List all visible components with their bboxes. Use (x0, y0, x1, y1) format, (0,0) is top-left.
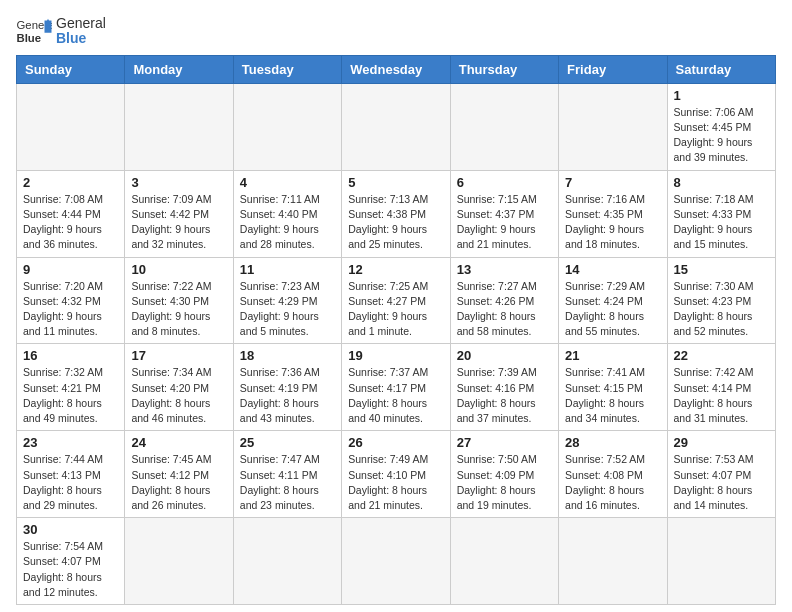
calendar-body: 1Sunrise: 7:06 AM Sunset: 4:45 PM Daylig… (17, 83, 776, 604)
calendar-cell: 23Sunrise: 7:44 AM Sunset: 4:13 PM Dayli… (17, 431, 125, 518)
calendar-cell (342, 518, 450, 605)
calendar-cell: 22Sunrise: 7:42 AM Sunset: 4:14 PM Dayli… (667, 344, 775, 431)
day-number: 28 (565, 435, 660, 450)
day-number: 10 (131, 262, 226, 277)
day-info: Sunrise: 7:09 AM Sunset: 4:42 PM Dayligh… (131, 192, 226, 253)
day-info: Sunrise: 7:30 AM Sunset: 4:23 PM Dayligh… (674, 279, 769, 340)
calendar-cell: 28Sunrise: 7:52 AM Sunset: 4:08 PM Dayli… (559, 431, 667, 518)
calendar-cell: 3Sunrise: 7:09 AM Sunset: 4:42 PM Daylig… (125, 170, 233, 257)
calendar-cell (450, 518, 558, 605)
header: General Blue General Blue (16, 16, 776, 47)
calendar-cell: 6Sunrise: 7:15 AM Sunset: 4:37 PM Daylig… (450, 170, 558, 257)
weekday-header-row: SundayMondayTuesdayWednesdayThursdayFrid… (17, 55, 776, 83)
day-number: 2 (23, 175, 118, 190)
calendar-table: SundayMondayTuesdayWednesdayThursdayFrid… (16, 55, 776, 605)
calendar-cell (559, 518, 667, 605)
day-number: 30 (23, 522, 118, 537)
day-number: 6 (457, 175, 552, 190)
svg-text:Blue: Blue (17, 32, 42, 44)
day-info: Sunrise: 7:47 AM Sunset: 4:11 PM Dayligh… (240, 452, 335, 513)
day-number: 19 (348, 348, 443, 363)
week-row-6: 30Sunrise: 7:54 AM Sunset: 4:07 PM Dayli… (17, 518, 776, 605)
logo-general: General (56, 16, 106, 31)
day-info: Sunrise: 7:11 AM Sunset: 4:40 PM Dayligh… (240, 192, 335, 253)
day-number: 18 (240, 348, 335, 363)
day-info: Sunrise: 7:49 AM Sunset: 4:10 PM Dayligh… (348, 452, 443, 513)
day-number: 5 (348, 175, 443, 190)
calendar-cell: 20Sunrise: 7:39 AM Sunset: 4:16 PM Dayli… (450, 344, 558, 431)
calendar-cell (125, 518, 233, 605)
day-info: Sunrise: 7:18 AM Sunset: 4:33 PM Dayligh… (674, 192, 769, 253)
day-info: Sunrise: 7:08 AM Sunset: 4:44 PM Dayligh… (23, 192, 118, 253)
day-info: Sunrise: 7:15 AM Sunset: 4:37 PM Dayligh… (457, 192, 552, 253)
calendar-cell (233, 83, 341, 170)
day-info: Sunrise: 7:44 AM Sunset: 4:13 PM Dayligh… (23, 452, 118, 513)
calendar-cell: 4Sunrise: 7:11 AM Sunset: 4:40 PM Daylig… (233, 170, 341, 257)
calendar-cell: 18Sunrise: 7:36 AM Sunset: 4:19 PM Dayli… (233, 344, 341, 431)
day-number: 21 (565, 348, 660, 363)
day-number: 27 (457, 435, 552, 450)
calendar-cell (125, 83, 233, 170)
day-number: 23 (23, 435, 118, 450)
calendar-cell: 15Sunrise: 7:30 AM Sunset: 4:23 PM Dayli… (667, 257, 775, 344)
week-row-4: 16Sunrise: 7:32 AM Sunset: 4:21 PM Dayli… (17, 344, 776, 431)
day-number: 12 (348, 262, 443, 277)
calendar-cell: 13Sunrise: 7:27 AM Sunset: 4:26 PM Dayli… (450, 257, 558, 344)
day-number: 15 (674, 262, 769, 277)
weekday-monday: Monday (125, 55, 233, 83)
calendar-cell: 21Sunrise: 7:41 AM Sunset: 4:15 PM Dayli… (559, 344, 667, 431)
calendar-cell: 25Sunrise: 7:47 AM Sunset: 4:11 PM Dayli… (233, 431, 341, 518)
calendar-cell (342, 83, 450, 170)
calendar-cell: 12Sunrise: 7:25 AM Sunset: 4:27 PM Dayli… (342, 257, 450, 344)
day-number: 8 (674, 175, 769, 190)
logo: General Blue General Blue (16, 16, 106, 47)
day-info: Sunrise: 7:42 AM Sunset: 4:14 PM Dayligh… (674, 365, 769, 426)
calendar-cell: 30Sunrise: 7:54 AM Sunset: 4:07 PM Dayli… (17, 518, 125, 605)
weekday-tuesday: Tuesday (233, 55, 341, 83)
calendar-cell: 7Sunrise: 7:16 AM Sunset: 4:35 PM Daylig… (559, 170, 667, 257)
calendar-cell: 11Sunrise: 7:23 AM Sunset: 4:29 PM Dayli… (233, 257, 341, 344)
calendar-cell: 29Sunrise: 7:53 AM Sunset: 4:07 PM Dayli… (667, 431, 775, 518)
week-row-1: 1Sunrise: 7:06 AM Sunset: 4:45 PM Daylig… (17, 83, 776, 170)
day-number: 9 (23, 262, 118, 277)
weekday-friday: Friday (559, 55, 667, 83)
day-info: Sunrise: 7:32 AM Sunset: 4:21 PM Dayligh… (23, 365, 118, 426)
calendar-cell: 5Sunrise: 7:13 AM Sunset: 4:38 PM Daylig… (342, 170, 450, 257)
calendar-cell: 8Sunrise: 7:18 AM Sunset: 4:33 PM Daylig… (667, 170, 775, 257)
week-row-5: 23Sunrise: 7:44 AM Sunset: 4:13 PM Dayli… (17, 431, 776, 518)
day-number: 7 (565, 175, 660, 190)
calendar-cell: 14Sunrise: 7:29 AM Sunset: 4:24 PM Dayli… (559, 257, 667, 344)
calendar-cell: 19Sunrise: 7:37 AM Sunset: 4:17 PM Dayli… (342, 344, 450, 431)
day-number: 17 (131, 348, 226, 363)
day-info: Sunrise: 7:16 AM Sunset: 4:35 PM Dayligh… (565, 192, 660, 253)
calendar-cell (17, 83, 125, 170)
day-number: 24 (131, 435, 226, 450)
day-number: 14 (565, 262, 660, 277)
day-info: Sunrise: 7:25 AM Sunset: 4:27 PM Dayligh… (348, 279, 443, 340)
calendar-cell (233, 518, 341, 605)
day-info: Sunrise: 7:06 AM Sunset: 4:45 PM Dayligh… (674, 105, 769, 166)
calendar-cell (450, 83, 558, 170)
day-info: Sunrise: 7:29 AM Sunset: 4:24 PM Dayligh… (565, 279, 660, 340)
day-info: Sunrise: 7:52 AM Sunset: 4:08 PM Dayligh… (565, 452, 660, 513)
calendar-cell: 24Sunrise: 7:45 AM Sunset: 4:12 PM Dayli… (125, 431, 233, 518)
day-number: 26 (348, 435, 443, 450)
day-number: 20 (457, 348, 552, 363)
day-info: Sunrise: 7:50 AM Sunset: 4:09 PM Dayligh… (457, 452, 552, 513)
calendar-cell (667, 518, 775, 605)
calendar-cell (559, 83, 667, 170)
calendar-cell: 10Sunrise: 7:22 AM Sunset: 4:30 PM Dayli… (125, 257, 233, 344)
day-info: Sunrise: 7:41 AM Sunset: 4:15 PM Dayligh… (565, 365, 660, 426)
day-info: Sunrise: 7:23 AM Sunset: 4:29 PM Dayligh… (240, 279, 335, 340)
day-number: 13 (457, 262, 552, 277)
calendar-cell: 17Sunrise: 7:34 AM Sunset: 4:20 PM Dayli… (125, 344, 233, 431)
day-number: 3 (131, 175, 226, 190)
calendar-cell: 16Sunrise: 7:32 AM Sunset: 4:21 PM Dayli… (17, 344, 125, 431)
calendar-cell: 26Sunrise: 7:49 AM Sunset: 4:10 PM Dayli… (342, 431, 450, 518)
day-info: Sunrise: 7:20 AM Sunset: 4:32 PM Dayligh… (23, 279, 118, 340)
weekday-wednesday: Wednesday (342, 55, 450, 83)
generalblue-icon: General Blue (16, 17, 52, 45)
week-row-2: 2Sunrise: 7:08 AM Sunset: 4:44 PM Daylig… (17, 170, 776, 257)
calendar-cell: 1Sunrise: 7:06 AM Sunset: 4:45 PM Daylig… (667, 83, 775, 170)
day-info: Sunrise: 7:36 AM Sunset: 4:19 PM Dayligh… (240, 365, 335, 426)
